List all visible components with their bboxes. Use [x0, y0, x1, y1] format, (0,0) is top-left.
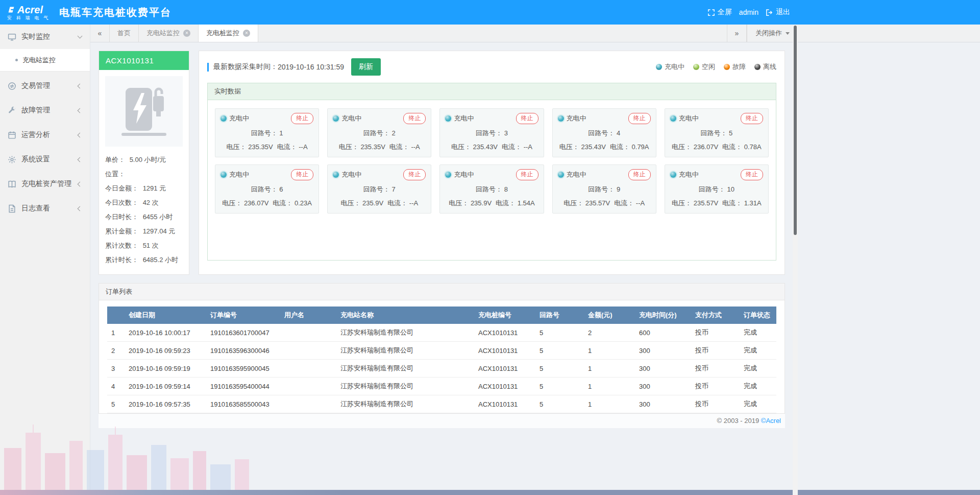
voltage-label: 电压： [339, 143, 361, 151]
stop-button[interactable]: 终止 [628, 169, 651, 180]
sidebar-subitem-label: 充电站监控 [22, 56, 56, 65]
cell-station-name: 江苏安科瑞制造有限公司 [336, 360, 474, 378]
tab-label: 充电桩监控 [206, 29, 239, 38]
sidebar-item-trade-management[interactable]: 交易管理 [0, 74, 90, 98]
cell-username [280, 378, 336, 395]
vertical-scrollbar[interactable] [793, 25, 798, 495]
close-tab-icon[interactable]: × [183, 30, 190, 37]
charging-status-dot [445, 172, 451, 178]
chevron-down-icon [78, 34, 83, 39]
cell-create-date: 2019-10-16 09:59:23 [125, 342, 206, 360]
sidebar-submenu: 充电站监控 [0, 49, 90, 72]
scrollbar-thumb[interactable] [794, 26, 797, 235]
cell-pay-method: 投币 [691, 378, 740, 395]
current-label: 电流： [722, 143, 744, 151]
user-menu[interactable]: admin [739, 8, 758, 16]
channel-status: 充电中 [454, 170, 474, 179]
cell-amount: 1 [584, 395, 635, 413]
current-label: 电流： [502, 143, 524, 151]
device-stat-line: 累计次数： 51 次 [105, 239, 183, 253]
stat-label: 累计次数： [105, 242, 138, 249]
sidebar-item-system-settings[interactable]: 系统设置 [0, 147, 90, 172]
stop-button[interactable]: 终止 [403, 113, 426, 124]
tab-home[interactable]: 首页 [110, 25, 139, 42]
voltage-label: 电压： [564, 199, 585, 207]
voltage-label: 电压： [222, 199, 244, 207]
channel-status: 充电中 [341, 114, 361, 123]
cell-pay-method: 投币 [691, 360, 740, 378]
cell-order-status: 完成 [740, 360, 776, 378]
cell-circuit-no: 5 [535, 360, 584, 378]
circuit-number: 2 [391, 129, 395, 137]
status-dot-icon [656, 64, 662, 70]
cell-username [280, 324, 336, 342]
charging-status-dot [558, 115, 564, 122]
sidebar-item-operation-analysis[interactable]: 运营分析 [0, 123, 90, 147]
stop-button[interactable]: 终止 [291, 113, 313, 124]
stop-button[interactable]: 终止 [291, 169, 313, 180]
voltage-value: 236.07V [244, 199, 268, 207]
row-index: 1 [107, 324, 125, 342]
caret-down-icon [786, 32, 790, 35]
cell-circuit-no: 5 [535, 378, 584, 395]
fullscreen-button[interactable]: 全屏 [707, 8, 732, 17]
channel-status: 充电中 [229, 170, 249, 179]
cell-order-status: 完成 [740, 342, 776, 360]
realtime-data-title: 实时数据 [208, 83, 776, 100]
voltage-value: 235.9V [362, 199, 383, 207]
current-label: 电流： [722, 199, 744, 207]
column-header: 支付方式 [691, 307, 740, 324]
current-value: 0.23A [295, 199, 312, 207]
channel-status: 充电中 [567, 114, 586, 123]
legend-item: 离线 [754, 62, 776, 72]
stop-button[interactable]: 终止 [403, 169, 426, 180]
circuit-number: 4 [617, 129, 620, 137]
tabs-scroll-left-button[interactable]: « [90, 25, 110, 42]
stop-button[interactable]: 终止 [741, 113, 763, 124]
refresh-button[interactable]: 刷新 [351, 58, 381, 76]
circuit-number: 6 [279, 185, 283, 193]
column-header: 订单状态 [740, 307, 776, 324]
tab-bar: « 首页 充电站监控 × 充电桩监控 × » 关闭操作 [90, 25, 980, 42]
tabs-scroll-right-button[interactable]: » [727, 25, 747, 42]
stop-button[interactable]: 终止 [516, 169, 538, 180]
circuit-number: 5 [729, 129, 732, 137]
cell-username [280, 360, 336, 378]
stat-label: 累计时长： [105, 256, 138, 264]
sidebar-item-realtime-monitor[interactable]: 实时监控 [0, 25, 90, 49]
chevron-left-icon [78, 132, 83, 137]
charging-status-dot [558, 172, 564, 178]
tab-station-monitor[interactable]: 充电站监控 × [139, 25, 199, 42]
voltage-value: 235.35V [248, 143, 273, 151]
tab-pile-monitor[interactable]: 充电桩监控 × [199, 25, 258, 42]
stop-button[interactable]: 终止 [628, 113, 651, 124]
close-tab-icon[interactable]: × [243, 30, 250, 37]
current-value: 0.78A [744, 143, 762, 151]
brand-subtitle: 安 科 瑞 电 气 [7, 16, 53, 20]
channel-status: 充电中 [229, 114, 249, 123]
acrel-link[interactable]: ©Acrel [761, 417, 781, 425]
current-label: 电流： [389, 143, 411, 151]
row-index: 4 [107, 378, 125, 395]
sidebar: 实时监控 充电站监控 交易管理 故障管理 运营分析 系统设置 [0, 25, 90, 495]
current-label: 电流： [614, 199, 636, 207]
sidebar-item-pile-assets[interactable]: 充电桩资产管理 [0, 172, 90, 196]
close-operations-dropdown[interactable]: 关闭操作 [747, 25, 798, 42]
copyright-text: © 2003 - 2019 [717, 417, 761, 425]
sidebar-item-label: 故障管理 [21, 106, 50, 115]
brand-name: Acrel [17, 5, 43, 15]
sidebar-item-log-view[interactable]: 日志查看 [0, 196, 90, 221]
logout-button[interactable]: 退出 [766, 8, 790, 17]
stop-button[interactable]: 终止 [741, 169, 763, 180]
current-label: 电流： [496, 199, 518, 207]
stop-button[interactable]: 终止 [516, 113, 538, 124]
device-stat-line: 累计时长： 6485.2 小时 [105, 253, 183, 267]
sidebar-item-station-monitor[interactable]: 充电站监控 [0, 49, 90, 71]
channel-card: 充电中 终止 回路号： 7 电压： 235.9V电流： --A [327, 164, 431, 214]
circuit-number: 9 [617, 185, 620, 193]
voltage-label: 电压： [451, 143, 473, 151]
current-value: --A [411, 143, 420, 151]
cell-amount: 1 [584, 360, 635, 378]
order-row: 1 2019-10-16 10:00:17 1910163601700047 江… [107, 324, 776, 342]
sidebar-item-fault-management[interactable]: 故障管理 [0, 98, 90, 123]
